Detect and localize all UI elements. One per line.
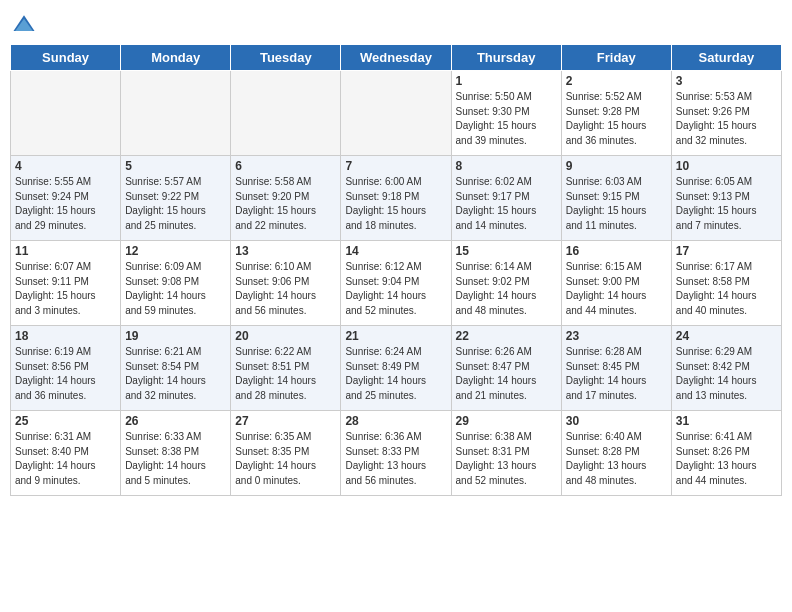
calendar-week-row: 4Sunrise: 5:55 AM Sunset: 9:24 PM Daylig… [11,156,782,241]
day-info: Sunrise: 5:55 AM Sunset: 9:24 PM Dayligh… [15,175,116,233]
day-info: Sunrise: 6:09 AM Sunset: 9:08 PM Dayligh… [125,260,226,318]
day-info: Sunrise: 6:29 AM Sunset: 8:42 PM Dayligh… [676,345,777,403]
calendar-week-row: 1Sunrise: 5:50 AM Sunset: 9:30 PM Daylig… [11,71,782,156]
day-number: 29 [456,414,557,428]
day-info: Sunrise: 6:00 AM Sunset: 9:18 PM Dayligh… [345,175,446,233]
day-number: 18 [15,329,116,343]
calendar-cell: 30Sunrise: 6:40 AM Sunset: 8:28 PM Dayli… [561,411,671,496]
day-number: 14 [345,244,446,258]
day-number: 11 [15,244,116,258]
day-info: Sunrise: 6:07 AM Sunset: 9:11 PM Dayligh… [15,260,116,318]
day-number: 20 [235,329,336,343]
calendar-cell: 16Sunrise: 6:15 AM Sunset: 9:00 PM Dayli… [561,241,671,326]
day-info: Sunrise: 6:38 AM Sunset: 8:31 PM Dayligh… [456,430,557,488]
day-number: 30 [566,414,667,428]
page-header [10,10,782,38]
day-info: Sunrise: 6:22 AM Sunset: 8:51 PM Dayligh… [235,345,336,403]
day-header-sunday: Sunday [11,45,121,71]
day-number: 24 [676,329,777,343]
day-number: 25 [15,414,116,428]
calendar-cell: 28Sunrise: 6:36 AM Sunset: 8:33 PM Dayli… [341,411,451,496]
calendar-cell [341,71,451,156]
day-info: Sunrise: 5:57 AM Sunset: 9:22 PM Dayligh… [125,175,226,233]
day-number: 4 [15,159,116,173]
day-info: Sunrise: 6:17 AM Sunset: 8:58 PM Dayligh… [676,260,777,318]
calendar-cell: 11Sunrise: 6:07 AM Sunset: 9:11 PM Dayli… [11,241,121,326]
day-number: 7 [345,159,446,173]
calendar-cell: 6Sunrise: 5:58 AM Sunset: 9:20 PM Daylig… [231,156,341,241]
calendar-cell [11,71,121,156]
day-info: Sunrise: 6:35 AM Sunset: 8:35 PM Dayligh… [235,430,336,488]
day-info: Sunrise: 6:19 AM Sunset: 8:56 PM Dayligh… [15,345,116,403]
day-number: 9 [566,159,667,173]
calendar-table: SundayMondayTuesdayWednesdayThursdayFrid… [10,44,782,496]
day-info: Sunrise: 6:03 AM Sunset: 9:15 PM Dayligh… [566,175,667,233]
calendar-cell: 22Sunrise: 6:26 AM Sunset: 8:47 PM Dayli… [451,326,561,411]
day-info: Sunrise: 6:26 AM Sunset: 8:47 PM Dayligh… [456,345,557,403]
calendar-cell: 1Sunrise: 5:50 AM Sunset: 9:30 PM Daylig… [451,71,561,156]
calendar-cell: 2Sunrise: 5:52 AM Sunset: 9:28 PM Daylig… [561,71,671,156]
day-number: 19 [125,329,226,343]
calendar-cell: 3Sunrise: 5:53 AM Sunset: 9:26 PM Daylig… [671,71,781,156]
day-number: 16 [566,244,667,258]
day-number: 8 [456,159,557,173]
day-info: Sunrise: 6:05 AM Sunset: 9:13 PM Dayligh… [676,175,777,233]
day-info: Sunrise: 6:12 AM Sunset: 9:04 PM Dayligh… [345,260,446,318]
day-info: Sunrise: 6:28 AM Sunset: 8:45 PM Dayligh… [566,345,667,403]
day-header-saturday: Saturday [671,45,781,71]
calendar-cell: 20Sunrise: 6:22 AM Sunset: 8:51 PM Dayli… [231,326,341,411]
calendar-cell: 14Sunrise: 6:12 AM Sunset: 9:04 PM Dayli… [341,241,451,326]
calendar-cell [121,71,231,156]
day-number: 10 [676,159,777,173]
day-info: Sunrise: 6:14 AM Sunset: 9:02 PM Dayligh… [456,260,557,318]
day-number: 17 [676,244,777,258]
day-info: Sunrise: 6:10 AM Sunset: 9:06 PM Dayligh… [235,260,336,318]
day-info: Sunrise: 5:53 AM Sunset: 9:26 PM Dayligh… [676,90,777,148]
day-number: 31 [676,414,777,428]
calendar-cell: 12Sunrise: 6:09 AM Sunset: 9:08 PM Dayli… [121,241,231,326]
day-header-thursday: Thursday [451,45,561,71]
day-info: Sunrise: 6:21 AM Sunset: 8:54 PM Dayligh… [125,345,226,403]
day-header-tuesday: Tuesday [231,45,341,71]
day-number: 13 [235,244,336,258]
calendar-cell: 21Sunrise: 6:24 AM Sunset: 8:49 PM Dayli… [341,326,451,411]
day-info: Sunrise: 6:24 AM Sunset: 8:49 PM Dayligh… [345,345,446,403]
day-info: Sunrise: 6:41 AM Sunset: 8:26 PM Dayligh… [676,430,777,488]
day-info: Sunrise: 5:50 AM Sunset: 9:30 PM Dayligh… [456,90,557,148]
day-number: 26 [125,414,226,428]
calendar-week-row: 11Sunrise: 6:07 AM Sunset: 9:11 PM Dayli… [11,241,782,326]
calendar-cell: 4Sunrise: 5:55 AM Sunset: 9:24 PM Daylig… [11,156,121,241]
calendar-cell: 31Sunrise: 6:41 AM Sunset: 8:26 PM Dayli… [671,411,781,496]
calendar-cell: 15Sunrise: 6:14 AM Sunset: 9:02 PM Dayli… [451,241,561,326]
day-number: 15 [456,244,557,258]
calendar-cell: 8Sunrise: 6:02 AM Sunset: 9:17 PM Daylig… [451,156,561,241]
calendar-cell: 7Sunrise: 6:00 AM Sunset: 9:18 PM Daylig… [341,156,451,241]
calendar-cell: 24Sunrise: 6:29 AM Sunset: 8:42 PM Dayli… [671,326,781,411]
calendar-cell: 26Sunrise: 6:33 AM Sunset: 8:38 PM Dayli… [121,411,231,496]
logo-icon [10,10,38,38]
calendar-cell: 27Sunrise: 6:35 AM Sunset: 8:35 PM Dayli… [231,411,341,496]
calendar-cell [231,71,341,156]
day-info: Sunrise: 6:40 AM Sunset: 8:28 PM Dayligh… [566,430,667,488]
day-info: Sunrise: 5:52 AM Sunset: 9:28 PM Dayligh… [566,90,667,148]
day-info: Sunrise: 5:58 AM Sunset: 9:20 PM Dayligh… [235,175,336,233]
day-number: 3 [676,74,777,88]
day-number: 2 [566,74,667,88]
calendar-cell: 29Sunrise: 6:38 AM Sunset: 8:31 PM Dayli… [451,411,561,496]
days-header-row: SundayMondayTuesdayWednesdayThursdayFrid… [11,45,782,71]
day-info: Sunrise: 6:02 AM Sunset: 9:17 PM Dayligh… [456,175,557,233]
day-number: 21 [345,329,446,343]
day-header-friday: Friday [561,45,671,71]
calendar-cell: 10Sunrise: 6:05 AM Sunset: 9:13 PM Dayli… [671,156,781,241]
logo [10,10,42,38]
calendar-cell: 25Sunrise: 6:31 AM Sunset: 8:40 PM Dayli… [11,411,121,496]
calendar-week-row: 25Sunrise: 6:31 AM Sunset: 8:40 PM Dayli… [11,411,782,496]
day-info: Sunrise: 6:33 AM Sunset: 8:38 PM Dayligh… [125,430,226,488]
day-header-wednesday: Wednesday [341,45,451,71]
day-number: 28 [345,414,446,428]
calendar-week-row: 18Sunrise: 6:19 AM Sunset: 8:56 PM Dayli… [11,326,782,411]
day-number: 1 [456,74,557,88]
calendar-cell: 18Sunrise: 6:19 AM Sunset: 8:56 PM Dayli… [11,326,121,411]
calendar-cell: 17Sunrise: 6:17 AM Sunset: 8:58 PM Dayli… [671,241,781,326]
calendar-cell: 19Sunrise: 6:21 AM Sunset: 8:54 PM Dayli… [121,326,231,411]
